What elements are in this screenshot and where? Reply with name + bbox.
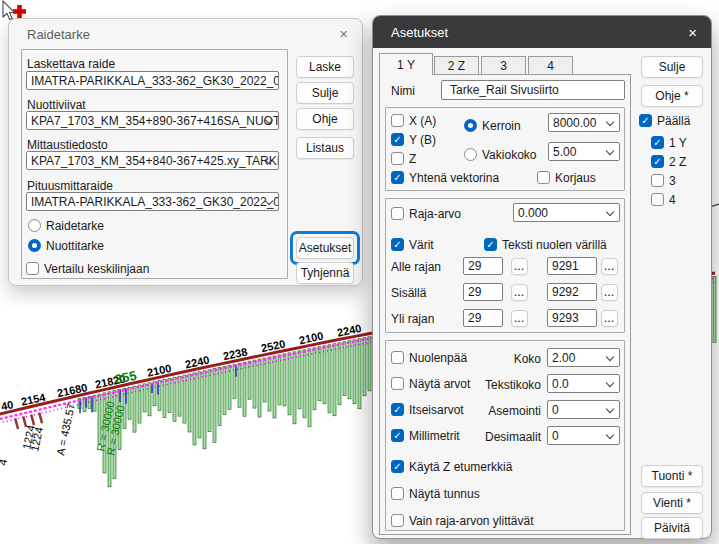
paivita-button[interactable]: Päivitä (641, 517, 703, 539)
paalla-checkbox[interactable]: Päällä (639, 113, 690, 128)
yhtena-vektorina-checkbox[interactable]: Yhtenä vektorina (391, 170, 499, 185)
tab-4-label: 4 (547, 59, 554, 73)
nuolenpaa-checkbox[interactable]: Nuolenpää (391, 350, 467, 365)
paalla-3-checkbox[interactable]: 3 (651, 173, 676, 188)
tab-2-z[interactable]: 2 Z (434, 56, 479, 74)
nayta-arvot-checkbox[interactable]: Näytä arvot (391, 376, 470, 391)
alle-rajan-color-input[interactable]: 29 (463, 257, 503, 275)
sisalla-code-picker-button[interactable]: ... (601, 284, 618, 301)
laskettava-raide-field[interactable]: IMATRA-PARIKKALA_333-362_GK30_2022_001.t… (26, 71, 279, 90)
chevron-down-icon (606, 379, 614, 387)
koko-value: 2.00 (552, 351, 575, 365)
y-b-checkbox[interactable]: Y (B) (391, 132, 436, 147)
checkbox-box-icon (26, 262, 39, 275)
sisalla-color-value: 29 (468, 285, 481, 299)
sisalla-code-input[interactable]: 9292 (547, 283, 597, 301)
x-a-checkbox[interactable]: X (A) (391, 113, 436, 128)
millimetrit-label: Millimetrit (409, 429, 460, 443)
sisalla-color-input[interactable]: 29 (463, 283, 503, 301)
asetukset-button[interactable]: Asetukset (296, 237, 354, 259)
nuolenpaa-label: Nuolenpää (409, 351, 467, 365)
vakiokoko-radio[interactable]: Vakiokoko (464, 147, 536, 162)
tab-4[interactable]: 4 (528, 56, 573, 74)
ohje-button[interactable]: Ohje * (641, 85, 703, 107)
checkbox-box-icon (639, 114, 652, 127)
checkbox-box-icon (391, 171, 404, 184)
raja-arvo-combobox[interactable]: 0.000 (513, 203, 620, 222)
nimi-label: Nimi (391, 84, 415, 98)
raidetarke-radio[interactable]: Raidetarke (28, 218, 104, 233)
pituusmittaraide-combobox[interactable]: IMATRA-PARIKKALA_333-362_GK30_2022_001.t (26, 192, 279, 211)
raja-arvo-checkbox[interactable]: Raja-arvo (391, 206, 461, 221)
vain-raja-arvon-ylittavat-checkbox[interactable]: Vain raja-arvon ylittävät (391, 513, 534, 528)
kayta-z-etumerkkia-checkbox[interactable]: Käytä Z etumerkkiä (391, 459, 512, 474)
close-icon[interactable]: × (339, 26, 348, 41)
paalla-2z-checkbox[interactable]: 2 Z (651, 154, 686, 169)
koko-label: Koko (463, 352, 541, 366)
paalla-4-checkbox[interactable]: 4 (651, 192, 676, 207)
checkbox-box-icon (651, 136, 664, 149)
alle-rajan-color-value: 29 (468, 259, 481, 273)
yli-rajan-color-picker-button[interactable]: ... (511, 310, 528, 327)
yli-rajan-label: Yli rajan (391, 312, 434, 326)
raidetarke-radio-label: Raidetarke (46, 219, 104, 233)
mittaustiedosto-combobox[interactable]: KPA7_1703_KM_354+840-367+425.xy_TARKE M (26, 151, 279, 170)
alle-rajan-label: Alle rajan (391, 260, 441, 274)
nimi-input[interactable]: Tarke_Rail Sivusiirto (441, 80, 625, 100)
alle-rajan-color-picker-button[interactable]: ... (511, 258, 528, 275)
yli-rajan-code-picker-button[interactable]: ... (601, 310, 618, 327)
sulje-button[interactable]: Sulje (641, 56, 703, 78)
kerroin-radio[interactable]: Kerroin (464, 118, 521, 133)
laske-button[interactable]: Laske (296, 56, 354, 78)
tekstikoko-value: 0.0 (552, 377, 569, 391)
yli-rajan-color-input[interactable]: 29 (463, 309, 503, 327)
paalla-2z-label: 2 Z (669, 155, 686, 169)
asemointi-combobox[interactable]: 0 (547, 400, 620, 419)
kerroin-label: Kerroin (482, 119, 521, 133)
varit-label: Värit (409, 238, 434, 252)
nayta-tunnus-checkbox[interactable]: Näytä tunnus (391, 486, 480, 501)
vienti-button[interactable]: Vienti * (641, 492, 703, 514)
teksti-nuolen-varilla-label: Teksti nuolen värillä (502, 238, 607, 252)
tab-1-y[interactable]: 1 Y (379, 53, 433, 75)
nayta-arvot-label: Näytä arvot (409, 377, 470, 391)
nuottiviivat-combobox[interactable]: KPA7_1703_KM_354+890-367+416SA_NUOTTI_ (26, 111, 279, 130)
vain-raja-arvon-ylittavat-label: Vain raja-arvon ylittävät (409, 514, 534, 528)
alle-rajan-code-input[interactable]: 9291 (547, 257, 597, 275)
checkbox-box-icon (391, 403, 404, 416)
kerroin-combobox[interactable]: 8000.00 (548, 113, 620, 132)
raja-arvo-label: Raja-arvo (409, 207, 461, 221)
z-checkbox[interactable]: Z (391, 151, 416, 166)
checkbox-box-icon (391, 377, 404, 390)
nuottitarke-radio[interactable]: Nuottitarke (28, 238, 104, 253)
varit-checkbox[interactable]: Värit (391, 237, 434, 252)
tekstikoko-combobox[interactable]: 0.0 (547, 374, 620, 393)
svg-text:A = 435.57: A = 435.57 (54, 402, 77, 456)
raidetarke-dialog-title: Raidetarke (27, 27, 90, 42)
svg-text:40: 40 (0, 398, 14, 412)
tuonti-button[interactable]: Tuonti * (641, 465, 703, 487)
tab-3[interactable]: 3 (481, 56, 526, 74)
sulje-button[interactable]: Sulje (296, 82, 354, 104)
sisalla-color-picker-button[interactable]: ... (511, 284, 528, 301)
listaus-button[interactable]: Listaus (296, 137, 354, 159)
alle-rajan-code-picker-button[interactable]: ... (601, 258, 618, 275)
checkbox-box-icon (391, 429, 404, 442)
itseisarvot-checkbox[interactable]: Itseisarvot (391, 402, 464, 417)
tyhjenna-button[interactable]: Tyhjennä (296, 262, 354, 284)
millimetrit-checkbox[interactable]: Millimetrit (391, 428, 460, 443)
ohje-button[interactable]: Ohje (296, 108, 354, 130)
desimaalit-value: 0 (552, 429, 559, 443)
koko-combobox[interactable]: 2.00 (547, 348, 620, 367)
yhtena-vektorina-label: Yhtenä vektorina (409, 171, 499, 185)
checkbox-box-icon (391, 487, 404, 500)
vertailu-keskilinjaan-checkbox[interactable]: Vertailu keskilinjaan (26, 261, 149, 276)
desimaalit-combobox[interactable]: 0 (547, 426, 620, 445)
paalla-1y-checkbox[interactable]: 1 Y (651, 135, 687, 150)
close-icon[interactable]: × (688, 25, 697, 40)
sisalla-label: Sisällä (391, 286, 426, 300)
vakiokoko-combobox[interactable]: 5.00 (548, 142, 620, 161)
yli-rajan-code-input[interactable]: 9293 (547, 309, 597, 327)
korjaus-checkbox[interactable]: Korjaus (537, 170, 596, 185)
teksti-nuolen-varilla-checkbox[interactable]: Teksti nuolen värillä (484, 237, 607, 252)
